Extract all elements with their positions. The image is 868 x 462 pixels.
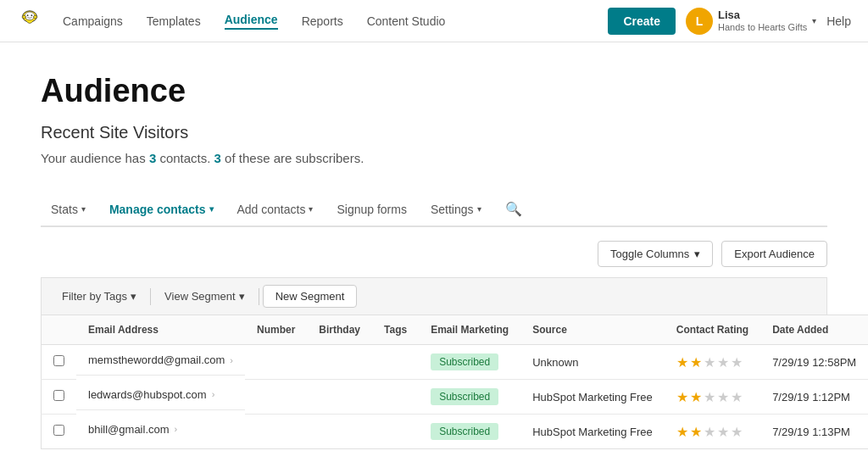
star-filled: ★ bbox=[690, 354, 702, 370]
settings-label: Settings bbox=[431, 203, 474, 216]
toolbar-signup-forms[interactable]: Signup forms bbox=[326, 194, 416, 225]
toggle-columns-button[interactable]: Toggle Columns ▾ bbox=[598, 241, 713, 267]
filter-by-tags-button[interactable]: Filter by Tags ▾ bbox=[52, 286, 147, 307]
row-checkbox[interactable] bbox=[53, 390, 64, 401]
date-added-cell: 7/29/19 12:58PM bbox=[760, 345, 868, 380]
star-filled: ★ bbox=[690, 389, 702, 405]
search-icon: 🔍 bbox=[505, 202, 522, 216]
table-row: memsthewordd@gmail.com›SubscribedUnknown… bbox=[42, 345, 869, 380]
search-button[interactable]: 🔍 bbox=[495, 192, 532, 225]
email-cell: memsthewordd@gmail.com› bbox=[76, 345, 245, 376]
row-checkbox[interactable] bbox=[53, 425, 64, 436]
user-name: Lisa bbox=[718, 8, 807, 22]
nav-right: Create L Lisa Hands to Hearts Gifts ▾ He… bbox=[608, 8, 851, 35]
col-email: Email Address bbox=[76, 315, 245, 345]
toolbar-add-contacts[interactable]: Add contacts ▾ bbox=[227, 194, 324, 225]
top-nav: Campaigns Templates Audience Reports Con… bbox=[0, 0, 868, 42]
audience-description: Your audience has 3 contacts. 3 of these… bbox=[41, 151, 827, 165]
col-number: Number bbox=[245, 315, 307, 345]
subscribers-count: 3 bbox=[214, 151, 221, 165]
svg-point-1 bbox=[25, 12, 35, 20]
signup-forms-label: Signup forms bbox=[337, 203, 406, 216]
nav-content-studio[interactable]: Content Studio bbox=[367, 14, 446, 28]
export-audience-button[interactable]: Export Audience bbox=[721, 241, 827, 267]
nav-reports[interactable]: Reports bbox=[302, 14, 343, 28]
toggle-columns-caret-icon: ▾ bbox=[694, 248, 700, 260]
number-cell bbox=[245, 415, 307, 449]
email-address[interactable]: ledwards@hubspot.com bbox=[88, 388, 207, 401]
source-cell: HubSpot Marketing Free bbox=[520, 380, 665, 415]
tags-cell bbox=[372, 415, 419, 449]
filter-divider-2 bbox=[259, 288, 259, 305]
desc-suffix: of these are subscribers. bbox=[221, 151, 364, 165]
toolbar-stats[interactable]: Stats ▾ bbox=[41, 194, 96, 225]
svg-point-5 bbox=[33, 16, 37, 19]
star-empty: ★ bbox=[731, 424, 743, 440]
email-cell: bhill@gmail.com› bbox=[76, 415, 245, 444]
contact-rating-cell: ★★★★★ bbox=[665, 415, 760, 449]
user-company: Hands to Hearts Gifts bbox=[718, 22, 807, 33]
toolbar-settings[interactable]: Settings ▾ bbox=[420, 194, 492, 225]
nav-templates[interactable]: Templates bbox=[147, 14, 201, 28]
row-arrow-icon: › bbox=[212, 389, 215, 399]
star-rating: ★★★★★ bbox=[676, 424, 748, 440]
date-added-cell: 7/29/19 1:12PM bbox=[760, 380, 868, 415]
star-filled: ★ bbox=[676, 354, 688, 370]
add-contacts-label: Add contacts bbox=[237, 203, 306, 216]
subscribed-badge: Subscribed bbox=[431, 353, 498, 370]
star-empty: ★ bbox=[704, 424, 715, 440]
logo[interactable] bbox=[17, 7, 42, 35]
new-segment-button[interactable]: New Segment bbox=[263, 285, 358, 308]
col-birthday: Birthday bbox=[307, 315, 372, 345]
tags-cell bbox=[372, 345, 419, 380]
number-cell bbox=[245, 345, 307, 380]
subscribed-badge: Subscribed bbox=[431, 388, 498, 405]
toolbar-manage-contacts[interactable]: Manage contacts ▾ bbox=[99, 194, 224, 225]
nav-campaigns[interactable]: Campaigns bbox=[63, 14, 123, 28]
export-audience-label: Export Audience bbox=[734, 248, 815, 260]
star-filled: ★ bbox=[676, 424, 688, 440]
avatar: L bbox=[686, 8, 713, 35]
user-dropdown[interactable]: L Lisa Hands to Hearts Gifts ▾ bbox=[686, 8, 816, 35]
desc-prefix: Your audience has bbox=[41, 151, 149, 165]
help-link[interactable]: Help bbox=[826, 14, 851, 28]
contact-rating-cell: ★★★★★ bbox=[665, 345, 760, 380]
filter-tags-caret-icon: ▾ bbox=[131, 290, 136, 303]
nav-links: Campaigns Templates Audience Reports Con… bbox=[63, 13, 608, 30]
add-contacts-caret-icon: ▾ bbox=[309, 204, 313, 214]
number-cell bbox=[245, 380, 307, 415]
filter-row: Filter by Tags ▾ View Segment ▾ New Segm… bbox=[41, 277, 827, 314]
birthday-cell bbox=[307, 345, 372, 380]
view-segment-button[interactable]: View Segment ▾ bbox=[154, 286, 255, 307]
stats-label: Stats bbox=[51, 203, 78, 216]
star-empty: ★ bbox=[704, 389, 715, 405]
contacts-table: Email Address Number Birthday Tags Email… bbox=[41, 314, 868, 449]
email-marketing-cell: Subscribed bbox=[419, 345, 520, 380]
contact-rating-cell: ★★★★★ bbox=[665, 380, 760, 415]
tags-cell bbox=[372, 380, 419, 415]
manage-contacts-caret-icon: ▾ bbox=[209, 204, 214, 214]
view-segment-label: View Segment bbox=[164, 290, 236, 303]
row-checkbox-cell bbox=[42, 345, 77, 380]
table-header-row: Email Address Number Birthday Tags Email… bbox=[42, 315, 869, 345]
action-row: Toggle Columns ▾ Export Audience bbox=[41, 241, 827, 267]
subscribed-badge: Subscribed bbox=[431, 423, 498, 440]
email-address[interactable]: memsthewordd@gmail.com bbox=[88, 353, 225, 366]
star-empty: ★ bbox=[731, 354, 743, 370]
row-arrow-icon: › bbox=[230, 355, 233, 365]
star-filled: ★ bbox=[676, 389, 688, 405]
email-address[interactable]: bhill@gmail.com bbox=[88, 423, 170, 436]
email-marketing-cell: Subscribed bbox=[419, 415, 520, 449]
row-checkbox-cell bbox=[42, 415, 77, 449]
col-source: Source bbox=[520, 315, 665, 345]
nav-audience[interactable]: Audience bbox=[225, 13, 278, 30]
source-cell: HubSpot Marketing Free bbox=[520, 415, 665, 449]
svg-point-2 bbox=[27, 14, 29, 16]
filter-by-tags-label: Filter by Tags bbox=[62, 290, 127, 303]
stats-caret-icon: ▾ bbox=[81, 204, 86, 214]
row-checkbox[interactable] bbox=[53, 355, 64, 366]
create-button[interactable]: Create bbox=[608, 8, 676, 35]
svg-point-4 bbox=[22, 16, 26, 19]
table-row: bhill@gmail.com›SubscribedHubSpot Market… bbox=[42, 415, 869, 449]
col-checkbox bbox=[42, 315, 77, 345]
